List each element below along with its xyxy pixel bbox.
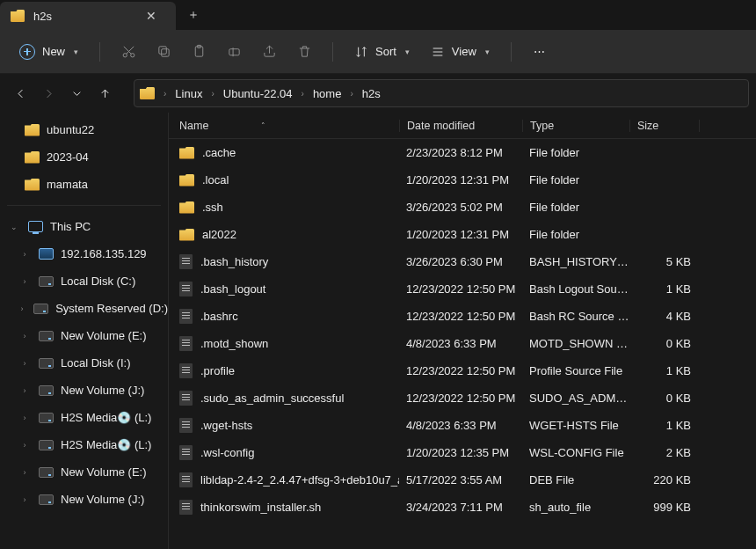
file-row[interactable]: .sudo_as_admin_successful 12/23/2022 12:… — [169, 384, 756, 412]
column-name[interactable]: Name ˄ — [179, 120, 399, 132]
file-row[interactable]: .bashrc 12/23/2022 12:50 PM Bash RC Sour… — [169, 303, 756, 330]
file-date: 12/23/2022 12:50 PM — [399, 364, 522, 377]
file-row[interactable]: .local 1/20/2023 12:31 PM File folder — [169, 166, 756, 194]
file-type: File folder — [522, 228, 629, 241]
sidebar-tree-item[interactable]: › Local Disk (C:) — [0, 267, 168, 295]
folder-icon — [179, 201, 194, 214]
close-icon[interactable]: ✕ — [139, 9, 164, 23]
file-row[interactable]: al2022 1/20/2023 12:31 PM File folder — [169, 221, 756, 248]
sidebar-item-label: Local Disk (C:) — [61, 274, 135, 288]
column-headers: Name ˄ Date modified Type Size — [169, 113, 756, 139]
sidebar-tree-item[interactable]: › New Volume (J:) — [0, 486, 168, 513]
sidebar-tree-item[interactable]: › H2S Media💿 (L:) — [0, 404, 168, 431]
cut-button[interactable] — [113, 37, 144, 67]
sidebar-tree-item[interactable]: › New Volume (E:) — [0, 458, 168, 486]
folder-icon — [25, 124, 40, 136]
crumb-segment[interactable]: home — [309, 84, 345, 104]
sidebar-tree-item[interactable]: › New Volume (E:) — [0, 322, 168, 349]
file-row[interactable]: .wget-hsts 4/8/2023 6:33 PM WGET-HSTS Fi… — [169, 412, 756, 439]
recent-button[interactable] — [63, 80, 90, 106]
up-button[interactable] — [91, 80, 118, 106]
delete-button[interactable] — [288, 37, 320, 67]
file-icon — [179, 391, 193, 406]
sidebar-tree-item[interactable]: › System Reserved (D:) — [0, 295, 168, 322]
file-type: Bash RC Source File — [522, 310, 629, 323]
new-tab-button[interactable]: ＋ — [176, 0, 211, 30]
separator — [99, 42, 100, 62]
sidebar-tree-item[interactable]: › H2S Media💿 (L:) — [0, 431, 168, 458]
file-size: 220 KB — [629, 473, 700, 487]
file-size: 1 KB — [629, 282, 700, 296]
view-button[interactable]: View ▾ — [422, 40, 498, 63]
file-row[interactable]: .bash_logout 12/23/2022 12:50 PM Bash Lo… — [169, 275, 756, 303]
chevron-right-icon: › — [296, 89, 309, 99]
tree-toggle-icon[interactable]: › — [18, 414, 32, 422]
file-name: al2022 — [202, 228, 236, 241]
main: ubuntu22 2023-04 mamata ⌄ This PC› 192.1… — [0, 113, 756, 549]
tree-toggle-icon[interactable]: › — [18, 304, 26, 313]
file-row[interactable]: .motd_shown 4/8/2023 6:33 PM MOTD_SHOWN … — [169, 330, 756, 357]
svg-rect-2 — [161, 49, 169, 56]
separator — [511, 42, 512, 62]
column-date[interactable]: Date modified — [399, 120, 522, 132]
column-type[interactable]: Type — [522, 120, 629, 132]
file-name: .bash_history — [200, 255, 268, 268]
rename-button[interactable] — [218, 37, 250, 67]
new-button[interactable]: New ▾ — [11, 40, 87, 64]
file-row[interactable]: .profile 12/23/2022 12:50 PM Profile Sou… — [169, 357, 756, 384]
tree-toggle-icon[interactable]: › — [18, 277, 32, 286]
sidebar-tree-item[interactable]: › 192.168.135.129 — [0, 240, 168, 267]
sidebar-tree-item[interactable]: › New Volume (J:) — [0, 377, 168, 404]
sidebar-quickaccess-item[interactable]: mamata — [0, 171, 168, 198]
file-row[interactable]: thinkorswim_installer.sh 3/24/2023 7:11 … — [169, 494, 756, 521]
chevron-right-icon: › — [158, 89, 171, 99]
file-name: .ssh — [202, 201, 223, 214]
tree-toggle-icon[interactable]: › — [18, 359, 32, 368]
folder-icon — [179, 147, 194, 159]
crumb-segment[interactable]: Linux — [171, 84, 206, 104]
tree-toggle-icon[interactable]: › — [18, 441, 32, 450]
more-button[interactable]: ⋯ — [524, 37, 556, 67]
crumb-segment[interactable]: Ubuntu-22.04 — [220, 84, 296, 104]
file-size: 0 KB — [629, 392, 700, 405]
column-size[interactable]: Size — [629, 120, 700, 132]
sidebar-item-label: System Reserved (D:) — [55, 302, 168, 315]
file-name: libldap-2.4-2_2.4.47+dfsg-3+deb10u7_a... — [200, 473, 399, 487]
file-name: thinkorswim_installer.sh — [200, 501, 321, 514]
forward-button[interactable] — [35, 80, 62, 106]
drive-icon — [39, 331, 54, 341]
breadcrumb[interactable]: › Linux › Ubuntu-22.04 › home › h2s — [134, 79, 749, 107]
copy-button[interactable] — [148, 37, 179, 67]
file-row[interactable]: .wsl-config 1/20/2023 12:35 PM WSL-CONFI… — [169, 439, 756, 466]
toolbar: New ▾ Sort ▾ View ▾ ⋯ — [0, 30, 756, 74]
tree-toggle-icon[interactable]: ⌄ — [7, 223, 21, 231]
sidebar-quickaccess-item[interactable]: ubuntu22 — [0, 116, 168, 143]
drive-icon — [39, 276, 54, 287]
svg-rect-3 — [158, 47, 166, 55]
crumb-segment[interactable]: h2s — [359, 84, 384, 104]
tree-toggle-icon[interactable]: › — [18, 468, 32, 477]
chevron-right-icon: › — [206, 89, 219, 99]
drive-icon — [39, 440, 54, 450]
paste-button[interactable] — [183, 37, 214, 67]
file-row[interactable]: libldap-2.4-2_2.4.47+dfsg-3+deb10u7_a...… — [169, 466, 756, 494]
file-row[interactable]: .ssh 3/26/2023 5:02 PM File folder — [169, 194, 756, 221]
tree-toggle-icon[interactable]: › — [18, 386, 32, 395]
folder-icon — [25, 151, 40, 164]
sidebar-item-label: H2S Media💿 (L:) — [61, 438, 151, 451]
sidebar-quickaccess-item[interactable]: 2023-04 — [0, 143, 168, 171]
file-row[interactable]: .bash_history 3/26/2023 6:30 PM BASH_HIS… — [169, 248, 756, 275]
sidebar-item-label: New Volume (J:) — [61, 384, 144, 397]
tree-toggle-icon[interactable]: › — [18, 332, 32, 340]
file-row[interactable]: .cache 2/23/2023 8:12 PM File folder — [169, 139, 756, 166]
sidebar-tree-item[interactable]: › Local Disk (I:) — [0, 349, 168, 377]
file-date: 1/20/2023 12:35 PM — [399, 446, 522, 459]
sort-button[interactable]: Sort ▾ — [345, 40, 418, 63]
tree-toggle-icon[interactable]: › — [18, 250, 32, 259]
folder-icon — [179, 174, 194, 187]
share-button[interactable] — [253, 37, 285, 67]
tree-toggle-icon[interactable]: › — [18, 495, 32, 504]
sidebar-tree-item[interactable]: ⌄ This PC — [0, 213, 168, 240]
back-button[interactable] — [7, 80, 33, 106]
window-tab[interactable]: h2s ✕ — [0, 2, 176, 30]
